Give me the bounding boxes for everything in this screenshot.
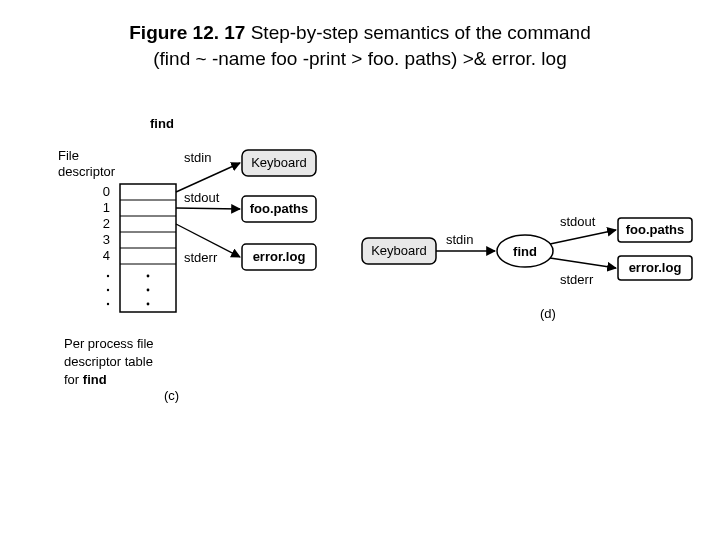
svg-point-10: [107, 289, 109, 291]
arrow-stdout-c: [176, 208, 240, 209]
panel-c: File descriptor find 0 1 2 3 4: [58, 116, 316, 403]
fd-label-2: descriptor: [58, 164, 116, 179]
arrow-stdin-c: [176, 163, 240, 192]
fd-caption-3: for find: [64, 372, 107, 387]
foopaths-label-c: foo.paths: [250, 201, 309, 216]
stdout-label-d: stdout: [560, 214, 596, 229]
svg-point-8: [147, 303, 150, 306]
stdout-label-c: stdout: [184, 190, 220, 205]
stderr-label-d: stderr: [560, 272, 594, 287]
arrow-stderr-d: [550, 258, 616, 268]
keyboard-label-d: Keyboard: [371, 243, 427, 258]
find-node-label: find: [513, 244, 537, 259]
fd-caption-1: Per process file: [64, 336, 154, 351]
fd-num: 2: [103, 216, 110, 231]
stdin-label-d: stdin: [446, 232, 473, 247]
errorlog-label-c: error.log: [253, 249, 306, 264]
stdin-label-c: stdin: [184, 150, 211, 165]
panel-d-sub: (d): [540, 306, 556, 321]
fd-num: 3: [103, 232, 110, 247]
fd-num: 0: [103, 184, 110, 199]
fd-caption-2: descriptor table: [64, 354, 153, 369]
process-header: find: [150, 116, 174, 131]
svg-point-11: [107, 303, 109, 305]
fd-num: 1: [103, 200, 110, 215]
svg-point-9: [107, 275, 109, 277]
panel-c-sub: (c): [164, 388, 179, 403]
fd-num: 4: [103, 248, 110, 263]
fd-table: 0 1 2 3 4: [103, 184, 176, 312]
svg-point-7: [147, 289, 150, 292]
panel-d: Keyboard find stdin foo.paths error.log …: [362, 214, 692, 321]
svg-point-6: [147, 275, 150, 278]
arrow-stdout-d: [550, 230, 616, 244]
diagram-canvas: File descriptor find 0 1 2 3 4: [0, 0, 720, 540]
stderr-label-c: stderr: [184, 250, 218, 265]
errorlog-label-d: error.log: [629, 260, 682, 275]
keyboard-label-c: Keyboard: [251, 155, 307, 170]
fd-label-1: File: [58, 148, 79, 163]
foopaths-label-d: foo.paths: [626, 222, 685, 237]
